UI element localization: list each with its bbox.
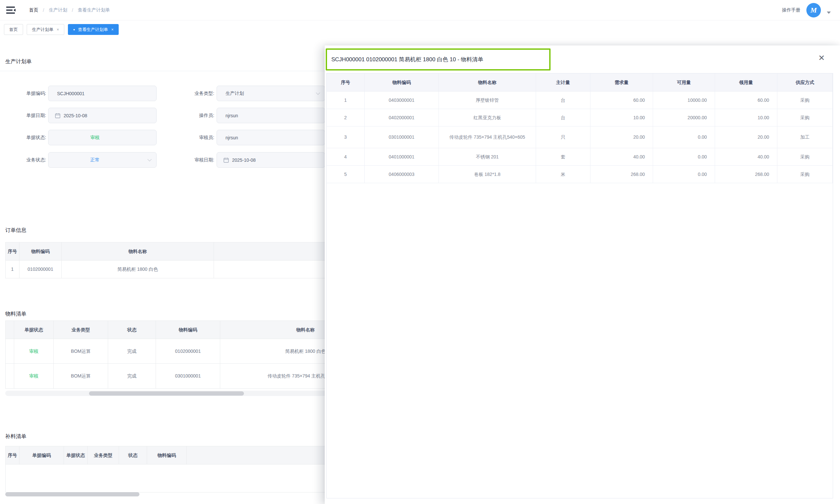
column-header: 需求量: [591, 73, 653, 91]
column-header: 领用量: [715, 73, 777, 91]
doc-status-value: 审核: [90, 135, 100, 141]
table-cell: 0402000001: [365, 109, 439, 126]
material-list-title: 物料清单: [5, 311, 27, 318]
table-cell: 10.00: [591, 109, 653, 126]
table-cell: 10000.00: [653, 92, 715, 109]
auditor-field[interactable]: njrsun: [216, 130, 325, 145]
table-row: 10403000001厚壁镀锌管台60.0010000.0060.00采购: [327, 92, 833, 109]
table-cell: BOM运算: [54, 364, 108, 389]
auditor-value: njrsun: [226, 135, 238, 140]
tab-label: 生产计划单: [32, 27, 53, 33]
user-menu-caret-icon[interactable]: [827, 12, 831, 14]
column-header: 物料编码: [147, 446, 187, 464]
tab-label: 首页: [9, 27, 18, 33]
table-cell: 传动皮轮件 735×794 主机孔540×605: [439, 126, 536, 148]
material-list-scrollbar[interactable]: [89, 391, 244, 396]
table-cell: [5, 339, 14, 363]
table-cell: 0102000001: [156, 339, 220, 363]
supplement-list-scrollbar[interactable]: [5, 492, 139, 497]
table-cell: 0401000001: [365, 148, 439, 165]
active-tab-dot: ●: [73, 28, 75, 31]
tab-close-icon[interactable]: ×: [111, 28, 113, 32]
table-cell: 米: [536, 166, 591, 183]
biz-type-value: 生产计划: [226, 91, 244, 96]
column-header: 物料编码: [156, 321, 220, 339]
audit-date-picker[interactable]: 2025-10-08: [216, 152, 325, 168]
table-cell: 厚壁镀锌管: [439, 92, 536, 109]
tab-close-icon[interactable]: ×: [57, 28, 59, 32]
biz-type-select[interactable]: 生产计划: [216, 86, 325, 101]
calendar-icon: [224, 158, 229, 163]
column-header: 单据编码: [19, 446, 64, 464]
doc-code-label: 单据编码:: [0, 86, 46, 101]
table-row: 50406000003卷板 182*1.8米268.000.00268.00采购: [327, 166, 833, 183]
audit-date-label: 审核日期:: [165, 152, 214, 168]
table-cell: 完成: [108, 339, 156, 363]
table-cell: 4: [327, 148, 365, 165]
breadcrumb-production-plan[interactable]: 生产计划: [49, 7, 67, 13]
table-cell: 审核: [14, 339, 54, 363]
column-header: 单据状态: [64, 446, 88, 464]
column-header: 序号: [5, 242, 19, 260]
breadcrumb-separator: /: [72, 7, 73, 13]
table-cell: 采购: [777, 92, 833, 109]
table-row: 20402000001红黑亚克力板台10.0020000.0010.00采购: [327, 109, 833, 126]
table-cell: 完成: [108, 364, 156, 389]
biz-status-select[interactable]: 正常: [48, 152, 157, 168]
table-cell: 0301000001: [365, 126, 439, 148]
table-cell: 采购: [777, 109, 833, 126]
doc-status-field[interactable]: 审核: [48, 130, 157, 145]
column-header: 物料名称: [62, 242, 214, 260]
biz-status-value: 正常: [90, 157, 100, 163]
column-header: 可用量: [653, 73, 715, 91]
table-cell: 268.00: [591, 166, 653, 183]
table-cell: 0102000001: [19, 260, 62, 278]
chevron-down-icon: [147, 157, 152, 161]
doc-date-label: 单据日期:: [0, 108, 46, 123]
menu-fold-icon[interactable]: [6, 6, 16, 15]
breadcrumb-home[interactable]: 首页: [29, 7, 38, 13]
table-row: 30301000001传动皮轮件 735×794 主机孔540×605只20.0…: [327, 126, 833, 148]
modal-title-highlight-box: SCJH000001 0102000001 简易机柜 1800 白色 10 - …: [326, 49, 550, 71]
table-cell: 1: [327, 92, 365, 109]
table-cell: 0301000001: [156, 364, 220, 389]
table-cell: 1: [5, 260, 19, 278]
column-header: 业务类型: [88, 446, 119, 464]
column-header: 业务类型: [54, 321, 108, 339]
table-cell: BOM运算: [54, 339, 108, 363]
audit-date-value: 2025-10-08: [232, 158, 256, 163]
table-cell: 简易机柜 1800 白色: [62, 260, 214, 278]
column-header: 物料编码: [365, 73, 439, 91]
breadcrumb-separator: /: [43, 7, 44, 13]
tab-查看生产计划单[interactable]: ●查看生产计划单×: [68, 24, 119, 35]
app-root: 首页 / 生产计划 / 查看生产计划单 操作手册 M 首页生产计划单×●查看生产…: [0, 0, 840, 504]
biz-status-label: 业务状态:: [0, 152, 46, 168]
column-header: 主计量: [536, 73, 591, 91]
table-cell: 60.00: [715, 92, 777, 109]
auditor-label: 审核员:: [165, 130, 214, 145]
table-cell: 20000.00: [653, 109, 715, 126]
table-header-row: 序号物料编码物料名称主计量需求量可用量领用量供应方式: [327, 73, 833, 92]
breadcrumb-view-plan[interactable]: 查看生产计划单: [78, 7, 110, 13]
table-cell: 加工: [777, 126, 833, 148]
table-cell: 采购: [777, 148, 833, 165]
table-cell: 审核: [14, 364, 54, 389]
breadcrumb: 首页 / 生产计划 / 查看生产计划单: [29, 0, 110, 20]
column-header: 序号: [5, 446, 19, 464]
material-detail-modal: SCJH000001 0102000001 简易机柜 1800 白色 10 - …: [325, 46, 840, 504]
doc-date-picker[interactable]: 2025-10-08: [48, 108, 157, 123]
tab-首页[interactable]: 首页: [4, 24, 23, 35]
table-cell: 0.00: [653, 148, 715, 165]
order-info-title: 订单信息: [5, 227, 27, 234]
doc-code-field[interactable]: SCJH000001: [48, 86, 157, 101]
tab-生产计划单[interactable]: 生产计划单×: [27, 24, 64, 35]
table-cell: 采购: [777, 166, 833, 183]
tab-label: 查看生产计划单: [78, 27, 108, 33]
operator-label: 操作员:: [165, 108, 214, 123]
manual-link[interactable]: 操作手册: [782, 7, 801, 13]
table-cell: 套: [536, 148, 591, 165]
user-avatar[interactable]: M: [806, 3, 821, 17]
operator-field[interactable]: njrsun: [216, 108, 325, 123]
supplement-list-title: 补料清单: [5, 433, 27, 440]
close-icon[interactable]: ✕: [818, 54, 825, 62]
